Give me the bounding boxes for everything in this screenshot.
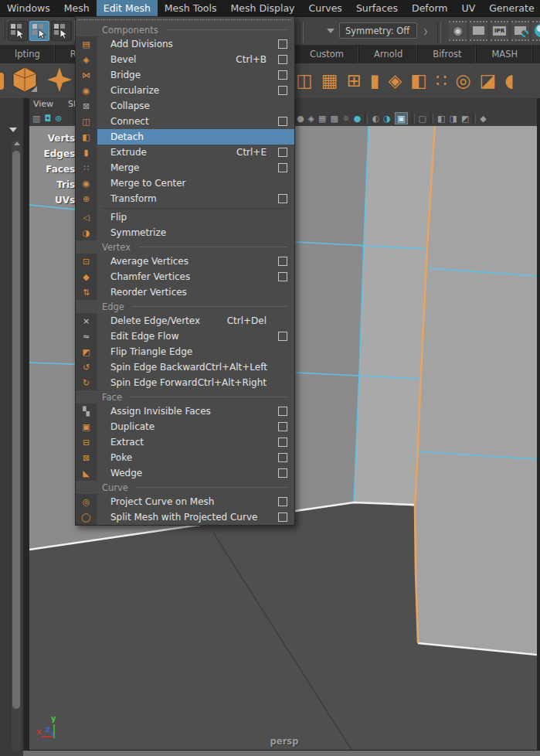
select-by-component-button[interactable] <box>51 21 71 41</box>
option-box[interactable] <box>278 194 287 203</box>
grid-fill-shelf-icon[interactable]: ▦ <box>321 72 338 90</box>
star-shelf-icon[interactable] <box>46 66 73 97</box>
option-box[interactable] <box>278 438 287 447</box>
option-box[interactable] <box>278 272 287 281</box>
menubar-item-mesh[interactable]: Mesh <box>57 0 97 16</box>
panel-menu-view[interactable]: View <box>33 99 53 109</box>
explode-shelf-icon[interactable]: ∷ <box>436 72 447 90</box>
option-box[interactable] <box>278 407 287 416</box>
option-box[interactable] <box>278 117 287 126</box>
option-box[interactable] <box>278 468 287 478</box>
wheel-shelf-icon[interactable]: ◎ <box>456 72 471 90</box>
menubar-item-windows[interactable]: Windows <box>0 0 57 16</box>
toolbar-handle[interactable] <box>437 22 441 43</box>
menu-item-extrude[interactable]: ▮ExtrudeCtrl+E <box>76 145 294 160</box>
menu-item-bevel[interactable]: ◈BevelCtrl+B <box>76 52 294 67</box>
partial-right-shelf-icon[interactable]: ◖ <box>504 72 514 90</box>
symmetry-dropdown[interactable]: Symmetry: Off <box>339 22 417 39</box>
option-box[interactable] <box>278 163 287 172</box>
menu-item-delete-edge-vertex[interactable]: ×Delete Edge/VertexCtrl+Del <box>76 313 294 329</box>
option-box[interactable] <box>278 332 287 341</box>
select-by-object-button[interactable] <box>29 21 49 41</box>
option-box[interactable] <box>278 86 287 95</box>
menu-item-spin-edge-forward[interactable]: ↻Spin Edge ForwardCtrl+Alt+Right <box>76 375 294 390</box>
hypershade-button[interactable] <box>532 21 540 41</box>
menu-item-extract[interactable]: ⊟Extract <box>76 434 294 450</box>
option-box[interactable] <box>278 257 287 266</box>
camera-attributes-icon[interactable]: ⊛ <box>55 114 62 123</box>
extrude-block-shelf-icon[interactable]: ▮ <box>370 72 380 90</box>
select-by-hierarchy-button[interactable] <box>8 21 28 41</box>
camera-lock-icon[interactable]: ◘ <box>44 114 51 123</box>
menu-item-average-vertices[interactable]: ⊡Average Vertices <box>76 254 294 269</box>
render-settings-button[interactable] <box>511 21 529 41</box>
menubar-item-edit-mesh[interactable]: Edit Mesh <box>97 0 158 16</box>
menu-item-circularize[interactable]: ◉Circularize <box>76 83 294 98</box>
distribute-shelf-icon[interactable]: ◈ <box>388 72 402 90</box>
menu-item-flip-triangle-edge[interactable]: ◩Flip Triangle Edge <box>76 344 294 359</box>
menu-item-add-divisions[interactable]: ▤Add Divisions <box>76 36 294 52</box>
shadows-icon[interactable]: ● <box>354 114 362 123</box>
scroll-up-icon[interactable] <box>14 141 20 145</box>
shelf-tab-mash[interactable]: MASH <box>477 45 533 63</box>
option-box[interactable] <box>278 513 287 522</box>
occlusion-icon[interactable]: ◐ <box>372 114 379 123</box>
menubar-item-deform[interactable]: Deform <box>405 0 454 16</box>
menubar-item-surfaces[interactable]: Surfaces <box>349 0 405 16</box>
panel-layout-outliner-icon[interactable]: ◩ <box>461 114 469 123</box>
menu-item-transform[interactable]: ⊕Transform <box>76 191 294 206</box>
bevel-cube-shelf-icon[interactable]: ◧ <box>410 72 427 90</box>
polyhedron-shelf-icon[interactable] <box>11 66 39 97</box>
menubar-item-uv[interactable]: UV <box>454 0 482 16</box>
menu-item-duplicate[interactable]: ▣Duplicate <box>76 419 294 434</box>
menubar-item-generate[interactable]: Generate <box>482 0 540 16</box>
option-box[interactable] <box>278 453 287 462</box>
partial-shelf-icon[interactable] <box>0 73 4 90</box>
flip-square-shelf-icon[interactable]: ◪ <box>480 72 497 90</box>
menu-tearoff-handle[interactable] <box>76 17 294 23</box>
panel-scrollbar-thumb[interactable] <box>12 151 20 709</box>
menu-item-symmetrize[interactable]: ◑Symmetrize <box>76 225 294 240</box>
menu-item-assign-invisible-faces[interactable]: ▚Assign Invisible Faces <box>76 404 294 419</box>
toolbar-handle[interactable] <box>300 22 304 43</box>
option-box[interactable] <box>278 39 287 49</box>
shelf-tab-bifrost[interactable]: Bifrost <box>418 45 477 63</box>
menu-item-merge-to-center[interactable]: ◉Merge to Center <box>76 175 294 191</box>
option-box[interactable] <box>278 70 287 80</box>
menu-item-merge[interactable]: ∷Merge <box>76 160 294 175</box>
menu-item-chamfer-vertices[interactable]: ◆Chamfer Vertices <box>76 269 294 284</box>
isolate-select-icon[interactable]: ▣ <box>395 112 408 124</box>
menu-item-wedge[interactable]: ◣Wedge <box>76 465 294 481</box>
camera-select-icon[interactable]: ▥ <box>32 114 40 123</box>
checker-material-icon[interactable]: ▩ <box>330 114 338 123</box>
wireframe-on-shaded-icon[interactable]: ▦ <box>318 114 326 123</box>
lighting-icon[interactable]: ☼ <box>342 114 350 123</box>
shelf-tab-custom[interactable]: Custom <box>295 45 359 63</box>
option-box[interactable] <box>278 422 287 431</box>
panel-dropdown-button[interactable] <box>6 124 20 135</box>
chevron-down-icon[interactable] <box>327 29 335 33</box>
selection-highlight-icon[interactable]: ▢ <box>419 114 426 123</box>
shelf-tab-arnold[interactable]: Arnold <box>359 45 418 63</box>
option-box[interactable] <box>278 55 287 64</box>
render-view-button[interactable]: ◉ <box>449 21 467 41</box>
menu-item-spin-edge-backward[interactable]: ↺Spin Edge BackwardCtrl+Alt+Left <box>76 359 294 375</box>
panel-layout-four-icon[interactable]: ◨ <box>449 114 457 123</box>
menu-item-edit-edge-flow[interactable]: ≈Edit Edge Flow <box>76 329 294 344</box>
render-current-frame-button[interactable] <box>470 21 487 41</box>
menu-item-detach[interactable]: ◧Detach <box>76 129 294 145</box>
option-box[interactable] <box>278 148 287 157</box>
menubar-item-mesh-display[interactable]: Mesh Display <box>224 0 302 16</box>
shaded-display-icon[interactable]: ● <box>297 114 304 123</box>
film-gate-icon[interactable]: ◆ <box>480 114 486 123</box>
textured-display-icon[interactable]: ◈ <box>308 114 314 123</box>
option-box[interactable] <box>278 497 287 506</box>
shelf-tab-lpting[interactable]: lpting <box>0 45 56 63</box>
grid-partial-shelf-icon[interactable]: ⊞ <box>346 72 361 90</box>
mirror-shelf-icon[interactable]: ◫ <box>296 72 313 90</box>
menu-item-split-mesh-with-projected-curve[interactable]: ◯Split Mesh with Projected Curve <box>76 509 294 525</box>
motion-blur-icon[interactable]: ◑ <box>383 114 391 123</box>
panel-layout-single-icon[interactable]: ◧ <box>437 114 445 123</box>
menubar-item-mesh-tools[interactable]: Mesh Tools <box>158 0 224 16</box>
menubar-item-curves[interactable]: Curves <box>301 0 348 16</box>
